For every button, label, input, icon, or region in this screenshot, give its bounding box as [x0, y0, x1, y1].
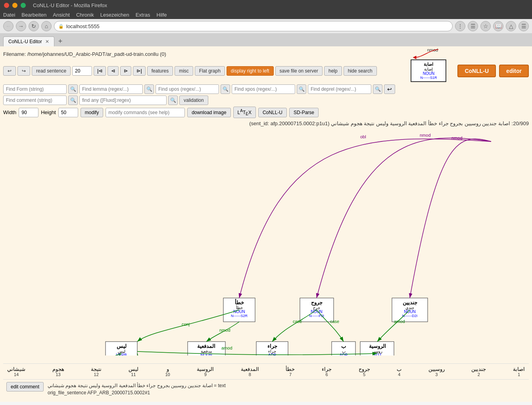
display-rtl-button[interactable]: display right to left — [227, 66, 274, 76]
minimize-btn[interactable] — [12, 3, 17, 8]
token-7: خطأ 7 — [286, 366, 295, 377]
validation-button[interactable]: validation — [179, 96, 208, 105]
modify-input[interactable] — [106, 108, 185, 117]
flat-graph-button[interactable]: Flat graph — [195, 66, 225, 76]
filename-text: Filename: /home/johannes/UD_Arabic-PADT/… — [3, 51, 166, 57]
menu-datei[interactable]: Datei — [3, 12, 15, 18]
token-num-4: 4 — [397, 372, 401, 377]
modify-button[interactable]: modify — [81, 108, 103, 117]
forward-button[interactable]: → — [16, 21, 26, 31]
svg-text:خطأ: خطأ — [235, 299, 244, 306]
prev-button[interactable]: ⊲ — [108, 66, 119, 76]
controls-row: Width Height modify download image LATEX… — [3, 107, 529, 118]
xpos-search-button[interactable]: 🔍 — [297, 84, 306, 94]
form-search-button[interactable]: 🔍 — [68, 84, 78, 94]
svg-text:nmod: nmod — [219, 328, 230, 332]
token-word-2: جنديين — [471, 366, 486, 372]
sentence-text: text = اصابة جنديين روسيين بجروح جراء خط… — [48, 382, 226, 389]
undo-button[interactable]: ↩ — [3, 66, 16, 76]
token-num-13: 13 — [52, 372, 64, 377]
menu-extras[interactable]: Extras — [136, 12, 150, 18]
first-button[interactable]: |⊲ — [94, 66, 106, 76]
token-5: جروح 5 — [359, 366, 370, 377]
browser-toolbar: ← → ↻ ⌂ 🔒 localhost:5555 ⋮ ☰ ☆ 📖 △ ☰ — [0, 19, 532, 34]
comment-search-input[interactable] — [3, 96, 67, 105]
token-num-8: 8 — [241, 372, 259, 377]
graph-container: خطأ خطأ NOUN N------S2R جروح جرح NOUN N-… — [3, 130, 529, 363]
new-tab-button[interactable]: + — [55, 36, 66, 46]
conllu-dl-button[interactable]: CoNLL-U — [258, 108, 287, 117]
hide-search-button[interactable]: hide search — [344, 66, 377, 76]
tab-close-icon[interactable]: ✕ — [45, 39, 49, 44]
help-button[interactable]: help — [324, 66, 342, 76]
close-btn[interactable] — [4, 3, 9, 8]
menu-ansicht[interactable]: Ansicht — [53, 12, 70, 18]
address-bar[interactable]: 🔒 localhost:5555 — [54, 21, 453, 31]
bottom-bar: edit comment text = اصابة جنديين روسيين … — [3, 379, 529, 399]
back-button[interactable]: ← — [3, 21, 13, 31]
conllu-button[interactable]: CoNLL-U — [457, 65, 496, 77]
menu-lesezeichen[interactable]: Lesezeichen — [100, 12, 129, 18]
latex-button[interactable]: LATEX — [233, 107, 256, 118]
menu-btn[interactable]: ☰ — [519, 21, 529, 31]
url-text: localhost:5555 — [66, 23, 100, 29]
app-content: Filename: /home/johannes/UD_Arabic-PADT/… — [0, 46, 532, 402]
next-button[interactable]: ⊳ — [120, 66, 131, 76]
sdparse-button[interactable]: SD-Parse — [289, 108, 319, 117]
svg-text:ب: ب — [341, 343, 346, 349]
svg-text:ليس: ليس — [117, 343, 127, 350]
svg-text:N------S2R: N------S2R — [231, 314, 248, 318]
any-search-input[interactable] — [79, 96, 167, 105]
nmod-arrow-svg — [407, 48, 446, 59]
form-search-input[interactable] — [3, 84, 67, 94]
sentence-bar: 20/909: اصابة جنديين روسيين بجروح جراء خ… — [3, 120, 529, 126]
lemma-search-button[interactable]: 🔍 — [144, 84, 154, 94]
token-row: اصابة 1 جنديين 2 روسيين 3 ب 4 جروح 5 جرا… — [3, 363, 529, 379]
download-button[interactable]: download image — [187, 108, 230, 117]
any-search-button[interactable]: 🔍 — [168, 96, 178, 105]
menu-hilfe[interactable]: Hilfe — [157, 12, 167, 18]
reader-view[interactable]: ☰ — [468, 21, 478, 31]
search-row-2: 🔍 🔍 validation — [3, 96, 529, 105]
svg-text:case: case — [293, 319, 302, 324]
token-8: المدفعية 8 — [241, 366, 259, 377]
return-button[interactable]: ↩ — [384, 84, 395, 94]
search-row-1: 🔍 🔍 🔍 🔍 🔍 ↩ — [3, 84, 529, 94]
tab-conllu-editor[interactable]: CoNLL-U Editor ✕ — [3, 36, 54, 46]
menu-bearbeiten[interactable]: Bearbeiten — [21, 12, 46, 18]
sentence-number-input[interactable] — [72, 66, 92, 76]
upos-search-input[interactable] — [156, 84, 219, 94]
read-sentence-button[interactable]: read sentence — [32, 66, 71, 76]
maximize-btn[interactable] — [21, 3, 26, 8]
library-btn[interactable]: 📖 — [493, 21, 503, 31]
xpos-search-input[interactable] — [232, 84, 295, 94]
last-button[interactable]: ⊳| — [133, 66, 145, 76]
redo-button[interactable]: ↪ — [17, 66, 30, 76]
home-button[interactable]: ⌂ — [41, 21, 52, 31]
edit-comment-button[interactable]: edit comment — [6, 382, 44, 392]
token-num-2: 2 — [471, 372, 486, 377]
token-num-10: 10 — [165, 372, 170, 377]
main-toolbar: ↩ ↪ read sentence |⊲ ⊲ ⊳ ⊳| features mis… — [3, 59, 529, 82]
menu-chronik[interactable]: Chronik — [76, 12, 94, 18]
deprel-search-input[interactable] — [308, 84, 371, 94]
lemma-search-input[interactable] — [79, 84, 143, 94]
svg-text:amod: amod — [221, 346, 232, 350]
reload-button[interactable]: ↻ — [29, 21, 39, 31]
upos-search-button[interactable]: 🔍 — [221, 84, 230, 94]
save-button[interactable]: save file on server — [275, 66, 323, 76]
sync-btn[interactable]: △ — [506, 21, 516, 31]
misc-button[interactable]: misc — [175, 66, 193, 76]
lock-icon: 🔒 — [58, 24, 64, 29]
bookmark-btn[interactable]: ☆ — [480, 21, 491, 31]
more-options[interactable]: ⋮ — [455, 21, 465, 31]
svg-text:ADP: ADP — [268, 353, 277, 355]
height-input[interactable] — [58, 108, 78, 117]
features-button[interactable]: features — [147, 66, 173, 76]
svg-text:amod: amod — [394, 319, 405, 324]
editor-button[interactable]: editor — [499, 65, 529, 77]
width-input[interactable] — [19, 108, 38, 117]
token-num-7: 7 — [286, 372, 295, 377]
comment-search-button[interactable]: 🔍 — [68, 96, 78, 105]
deprel-search-button[interactable]: 🔍 — [373, 84, 382, 94]
